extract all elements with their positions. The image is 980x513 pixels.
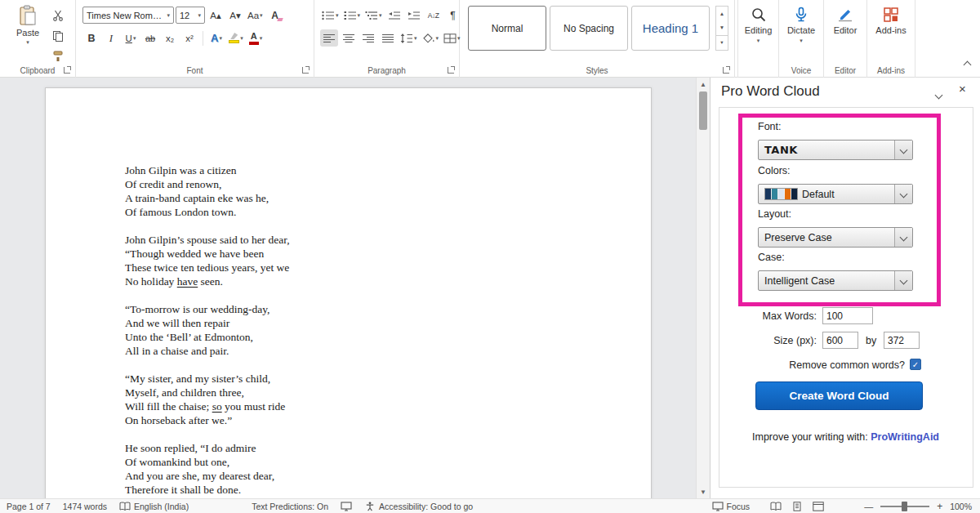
font-color-button[interactable]: A ▾ (247, 29, 265, 47)
copy-button[interactable] (49, 27, 67, 44)
search-icon (751, 7, 767, 23)
case-dropdown[interactable]: Intelligent Case (758, 270, 913, 291)
remove-common-words-checkbox[interactable]: ✓ (910, 359, 921, 370)
scrollbar-thumb[interactable] (699, 91, 707, 130)
colors-dropdown[interactable]: Default (758, 184, 913, 204)
cut-button[interactable] (49, 7, 67, 24)
web-layout-button[interactable] (813, 502, 824, 511)
print-layout-button[interactable] (791, 502, 803, 511)
focus-button[interactable]: Focus (712, 502, 751, 511)
text-predictions-icon[interactable] (341, 502, 352, 511)
editing-button[interactable]: Editing ▾ (738, 7, 778, 43)
chevron-down-icon: ▾ (414, 35, 417, 41)
bold-button[interactable]: B (82, 29, 100, 47)
proofing-button[interactable]: English (India) (119, 502, 189, 511)
justify-button[interactable] (379, 29, 397, 47)
borders-button[interactable]: ▾ (442, 29, 462, 47)
styles-scroll-up-button[interactable]: ▲ (716, 7, 728, 20)
poem-line: Unto the ‘Bell’ at Edmonton, (125, 330, 290, 344)
zoom-in-button[interactable]: + (937, 501, 942, 512)
align-left-button[interactable] (320, 29, 338, 47)
zoom-level[interactable]: 100% (950, 502, 972, 511)
styles-dialog-launcher-icon[interactable] (723, 66, 730, 74)
prowritingaid-link[interactable]: ProWritingAid (871, 431, 939, 443)
align-right-button[interactable] (359, 29, 377, 47)
zoom-slider[interactable] (880, 506, 929, 507)
multilevel-list-button[interactable]: ▾ (363, 7, 384, 24)
shrink-font-button[interactable]: A▾ (226, 7, 244, 24)
bullets-button[interactable]: ▾ (320, 7, 341, 24)
style-heading-1[interactable]: Heading 1 (631, 6, 710, 51)
highlight-color-button[interactable]: ▾ (227, 29, 245, 47)
decrease-indent-button[interactable] (385, 7, 403, 24)
font-dialog-launcher-icon[interactable] (302, 66, 310, 74)
word-count[interactable]: 1474 words (63, 502, 107, 511)
color-swatch (791, 189, 797, 199)
increase-indent-button[interactable] (405, 7, 423, 24)
scroll-down-button[interactable]: ▼ (697, 485, 710, 498)
accessibility-status[interactable]: Accessibility: Good to go (364, 502, 473, 511)
chevron-up-icon (964, 61, 972, 69)
style-no-spacing[interactable]: No Spacing (550, 6, 628, 51)
max-words-input[interactable] (822, 307, 873, 324)
grow-font-button[interactable]: A▴ (207, 7, 225, 24)
editor-button[interactable]: Editor (824, 7, 866, 35)
format-painter-button[interactable] (49, 47, 67, 65)
add-ins-button[interactable]: Add-ins (867, 7, 915, 35)
italic-button[interactable]: I (102, 29, 120, 47)
chevron-down-icon: ▾ (133, 35, 136, 41)
editing-group: Editing ▾ (737, 0, 778, 78)
line-spacing-button[interactable]: ▾ (399, 29, 419, 47)
page-indicator[interactable]: Page 1 of 7 (7, 502, 51, 511)
size-width-input[interactable] (822, 332, 858, 349)
sort-button[interactable]: A↓Z (425, 7, 443, 24)
voice-group: Dictate ▾ Voice (778, 0, 823, 78)
zoom-out-button[interactable]: — (864, 502, 873, 511)
underline-button[interactable]: U ▾ (122, 29, 140, 47)
color-swatch (765, 189, 771, 199)
font-dropdown[interactable]: TANK (758, 140, 913, 160)
dictate-button[interactable]: Dictate ▾ (779, 7, 823, 43)
superscript-button[interactable]: x² (180, 29, 198, 47)
close-icon[interactable]: × (959, 82, 966, 96)
font-dropdown-value: TANK (764, 144, 798, 156)
font-size-combo[interactable]: 12 ▾ (176, 7, 205, 24)
paragraph-dialog-launcher-icon[interactable] (448, 66, 455, 74)
paste-button[interactable]: Paste ▾ (10, 5, 46, 56)
vertical-scrollbar[interactable]: ▲ ▼ (696, 78, 710, 498)
font-name-combo[interactable]: Times New Roman ▾ (82, 7, 174, 24)
chevron-down-icon[interactable] (894, 185, 912, 203)
numbering-button[interactable]: ▾ (342, 7, 363, 24)
scroll-up-button[interactable]: ▲ (697, 78, 710, 91)
text-predictions-toggle[interactable]: Text Predictions: On (252, 502, 328, 511)
zoom-slider-thumb[interactable] (902, 502, 907, 511)
font-color-icon: A (249, 32, 259, 45)
styles-scroll-down-button[interactable]: ▼ (716, 20, 728, 34)
strikethrough-button[interactable]: ab (141, 29, 159, 47)
clear-formatting-button[interactable]: A (266, 7, 284, 24)
styles-more-button[interactable]: ▾ (716, 35, 728, 50)
document-page[interactable]: John Gilpin was a citizenOf credit and r… (45, 87, 652, 498)
poem-line: “To-morrow is our wedding-day, (125, 302, 290, 316)
clipboard-dialog-launcher-icon[interactable] (64, 66, 71, 74)
panel-options-button[interactable] (936, 88, 942, 100)
chevron-down-icon: ▾ (26, 39, 29, 45)
text-effects-button[interactable]: A ▾ (207, 29, 225, 47)
chevron-down-icon[interactable] (894, 271, 912, 290)
shading-button[interactable]: ▾ (421, 29, 441, 47)
layout-dropdown[interactable]: Preserve Case (758, 227, 913, 248)
align-center-button[interactable] (340, 29, 358, 47)
poem-stanza: “To-morrow is our wedding-day,And we wil… (125, 302, 290, 358)
poem-line: All in a chaise and pair. (125, 344, 290, 358)
editor-group: Editor Editor (823, 0, 866, 78)
editor-label: Editor (834, 25, 858, 35)
chevron-down-icon[interactable] (894, 141, 912, 159)
subscript-button[interactable]: x₂ (161, 29, 179, 47)
size-height-input[interactable] (884, 332, 920, 349)
read-mode-button[interactable] (770, 502, 782, 511)
create-word-cloud-button[interactable]: Create Word Cloud (755, 381, 923, 410)
collapse-ribbon-button[interactable] (964, 58, 970, 70)
change-case-button[interactable]: Aa ▾ (246, 7, 265, 24)
chevron-down-icon[interactable] (894, 228, 912, 247)
style-normal[interactable]: Normal (468, 6, 546, 51)
